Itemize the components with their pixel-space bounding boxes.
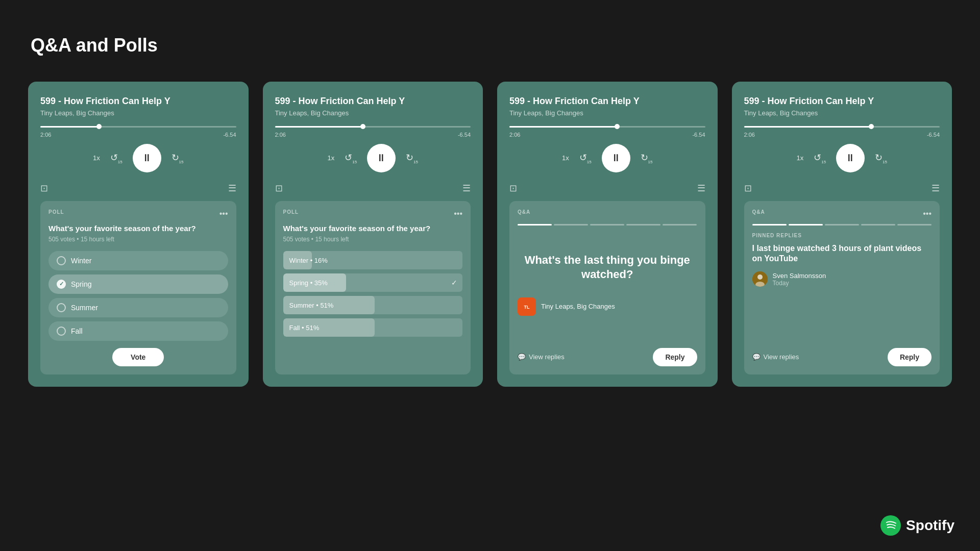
card1-transcript-icon[interactable]: ⊡: [40, 183, 48, 194]
card3-view-replies-label: View replies: [529, 353, 565, 361]
svg-point-5: [880, 515, 901, 536]
card1-rewind-icon[interactable]: ↺15: [110, 152, 122, 164]
card2-subtitle: Tiny Leaps, Big Changes: [275, 109, 471, 117]
card2-rewind-icon[interactable]: ↺15: [345, 152, 357, 164]
card4-time-current: 2:06: [744, 132, 755, 138]
card2-transcript-icon[interactable]: ⊡: [275, 183, 283, 194]
card2-forward-icon[interactable]: ↻15: [406, 152, 418, 164]
radio-spring: [57, 280, 66, 289]
qa-tab-indicators: [518, 224, 697, 226]
card3-title: 599 - How Friction Can Help Y: [509, 96, 705, 107]
tab-dot-2: [554, 224, 588, 226]
card1-play-button[interactable]: ⏸: [133, 144, 161, 172]
card1-tag: POLL: [48, 209, 64, 215]
card3-play-button[interactable]: ⏸: [602, 144, 630, 172]
card3-subtitle: Tiny Leaps, Big Changes: [509, 109, 705, 117]
card4-rewind-icon[interactable]: ↺15: [814, 152, 826, 164]
card3-forward-icon[interactable]: ↻15: [641, 152, 653, 164]
card2-title: 599 - How Friction Can Help Y: [275, 96, 471, 107]
card4-reply-button[interactable]: Reply: [888, 348, 932, 366]
card2-list-icon[interactable]: ☰: [462, 183, 471, 194]
card2-more-button[interactable]: •••: [454, 209, 462, 218]
card4-more-button[interactable]: •••: [923, 209, 932, 218]
card3-reply-button[interactable]: Reply: [653, 348, 697, 366]
pinned-label: PINNED REPLIES: [752, 233, 932, 238]
card3-list-icon[interactable]: ☰: [697, 183, 705, 194]
card2-meta: 505 votes • 15 hours left: [283, 236, 463, 243]
card4-title: 599 - How Friction Can Help Y: [744, 96, 940, 107]
card1-bottom-icons: ⊡ ☰: [40, 183, 236, 194]
card4-bottom-icons: ⊡ ☰: [744, 183, 940, 194]
comment-icon: 💬: [518, 353, 526, 361]
poll-option-spring[interactable]: Spring: [48, 274, 228, 294]
poll-option-fall[interactable]: Fall: [48, 321, 228, 341]
card2-tag: POLL: [283, 209, 299, 215]
card4-tab-dot-1: [752, 224, 787, 226]
card1-forward-icon[interactable]: ↻15: [172, 152, 184, 164]
card4-qa-content: Q&A ••• PINNED REPLIES I last binge watc…: [744, 201, 940, 374]
radio-winter: [57, 256, 66, 265]
result-fall: Fall • 51%: [283, 318, 463, 337]
spotify-icon: [880, 515, 901, 536]
card4-view-replies[interactable]: 💬 View replies: [752, 353, 799, 361]
svg-text:TL: TL: [524, 305, 530, 310]
result-summer: Summer • 51%: [283, 296, 463, 314]
card4-tab-dot-4: [861, 224, 895, 226]
card2-time-remaining: -6.54: [458, 132, 471, 138]
card4-speed[interactable]: 1x: [796, 154, 803, 162]
card4-list-icon[interactable]: ☰: [932, 183, 940, 194]
card4-forward-icon[interactable]: ↻15: [875, 152, 887, 164]
tab-dot-5: [663, 224, 697, 226]
result-fall-label: Fall • 51%: [289, 323, 320, 331]
card4-time-remaining: -6.54: [927, 132, 940, 138]
card3-host-row: TL Tiny Leaps, Big Changes: [518, 297, 697, 316]
card2-play-button[interactable]: ⏸: [367, 144, 396, 172]
option-summer-label: Summer: [71, 304, 98, 312]
card3-time-remaining: -6.54: [692, 132, 705, 138]
vote-button[interactable]: Vote: [112, 348, 164, 366]
card1-time-remaining: -6.54: [223, 132, 236, 138]
card1-list-icon[interactable]: ☰: [228, 183, 236, 194]
result-winter-label: Winter • 16%: [289, 256, 328, 264]
card3-rewind-icon[interactable]: ↺15: [579, 152, 592, 164]
result-summer-label: Summer • 51%: [289, 301, 334, 309]
cards-container: 599 - How Friction Can Help Y Tiny Leaps…: [28, 82, 952, 387]
card-qa-question: 599 - How Friction Can Help Y Tiny Leaps…: [497, 82, 718, 387]
poll-option-winter[interactable]: Winter: [48, 251, 228, 270]
card4-footer: 💬 View replies Reply: [752, 348, 932, 366]
pinned-user-row: Sven Salmonsson Today: [752, 271, 932, 287]
card3-transcript-icon[interactable]: ⊡: [509, 183, 517, 194]
card4-play-button[interactable]: ⏸: [836, 144, 865, 172]
card1-speed[interactable]: 1x: [93, 154, 100, 162]
card2-controls: 1x ↺15 ⏸ ↻15: [275, 144, 471, 172]
card3-controls: 1x ↺15 ⏸ ↻15: [509, 144, 705, 172]
card1-controls: 1x ↺15 ⏸ ↻15: [40, 144, 236, 172]
card2-poll-content: POLL ••• What's your favorite season of …: [275, 201, 471, 374]
card3-qa-content: Q&A What's the last thing you binge watc…: [509, 201, 705, 374]
card1-more-button[interactable]: •••: [219, 209, 228, 218]
poll-option-summer[interactable]: Summer: [48, 298, 228, 317]
card3-tag: Q&A: [518, 209, 530, 215]
card4-tab-dot-3: [825, 224, 859, 226]
card-poll-results: 599 - How Friction Can Help Y Tiny Leaps…: [263, 82, 483, 387]
card4-tab-dot-5: [897, 224, 932, 226]
tab-dot-4: [626, 224, 660, 226]
card4-transcript-icon[interactable]: ⊡: [744, 183, 752, 194]
card2-speed[interactable]: 1x: [327, 154, 334, 162]
user-name: Sven Salmonsson: [773, 272, 826, 280]
card3-view-replies[interactable]: 💬 View replies: [518, 353, 565, 361]
option-spring-label: Spring: [71, 280, 91, 288]
spotify-logo: Spotify: [880, 515, 954, 536]
card1-subtitle: Tiny Leaps, Big Changes: [40, 109, 236, 117]
result-winter: Winter • 16%: [283, 251, 463, 269]
card4-comment-icon: 💬: [752, 353, 761, 361]
option-fall-label: Fall: [71, 327, 83, 335]
user-avatar: [752, 271, 768, 287]
page-title: Q&A and Polls: [31, 35, 158, 56]
card4-controls: 1x ↺15 ⏸ ↻15: [744, 144, 940, 172]
card4-tag: Q&A: [752, 209, 765, 215]
card1-progress: [40, 126, 236, 128]
card3-speed[interactable]: 1x: [562, 154, 569, 162]
result-spring: Spring • 35% ✓: [283, 273, 463, 292]
card4-tab-dot-2: [789, 224, 823, 226]
